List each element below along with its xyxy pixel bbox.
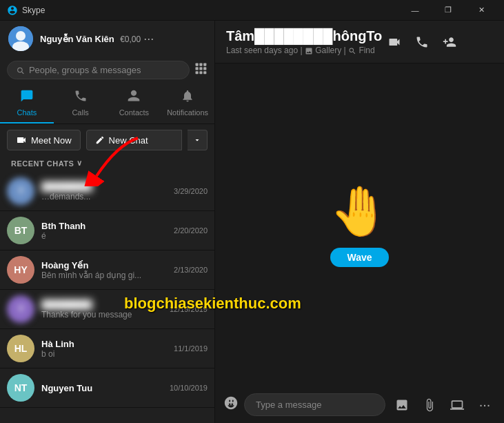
- new-chat-label: New Chat: [109, 135, 148, 146]
- screen-share-button[interactable]: [446, 394, 468, 416]
- tab-chats-label: Chats: [17, 108, 37, 117]
- calls-icon: [74, 89, 88, 106]
- chat-avatar: HY: [7, 256, 34, 284]
- more-options-button[interactable]: ···: [141, 29, 157, 49]
- svg-point-1: [16, 31, 26, 41]
- meet-now-button[interactable]: Meet Now: [7, 130, 81, 150]
- chat-info: Hoàng Yến Bên mình vẫn áp dụng gi...: [41, 260, 168, 280]
- chat-preview: é: [41, 231, 168, 241]
- chat-name: Bth Thanh: [41, 221, 168, 231]
- main-content: Tâm████████hôngTo Last seen days ago | G…: [215, 21, 504, 423]
- chat-avatar: ?: [7, 177, 34, 205]
- chat-preview: Thanks for you message: [41, 310, 164, 319]
- find-search-icon: [348, 47, 356, 55]
- tab-contacts-label: Contacts: [119, 108, 149, 117]
- tab-notifications[interactable]: Notifications: [161, 83, 214, 124]
- audio-call-button[interactable]: [410, 30, 434, 55]
- wave-button[interactable]: Wave: [330, 248, 388, 267]
- chat-info: ████████ Thanks for you message: [41, 299, 164, 319]
- chevron-down-icon: [193, 136, 201, 144]
- svg-rect-9: [196, 71, 199, 74]
- file-attach-button[interactable]: [419, 394, 441, 416]
- new-chat-grid-button[interactable]: [194, 61, 208, 79]
- more-options-input-button[interactable]: ···: [474, 394, 496, 416]
- titlebar: Skype — ❐ ✕: [0, 0, 504, 21]
- image-icon: [305, 47, 313, 55]
- svg-rect-3: [196, 63, 199, 66]
- maximize-button[interactable]: ❐: [432, 0, 464, 21]
- chat-header-subtitle: Last seen days ago | Gallery | Find: [226, 46, 382, 55]
- wave-emoji: 🤚: [330, 183, 390, 239]
- header-actions: [382, 30, 462, 55]
- avatar[interactable]: [8, 26, 33, 51]
- chat-name: Hoàng Yến: [41, 260, 168, 270]
- tab-chats[interactable]: Chats: [0, 83, 54, 124]
- meet-now-label: Meet Now: [31, 135, 72, 146]
- chat-item[interactable]: NT Nguyen Tuu 10/10/2019: [0, 368, 214, 408]
- chat-info: Nguyen Tuu: [41, 383, 164, 393]
- chat-body: 🤚 Wave: [215, 63, 504, 386]
- chat-list: ? ████████ …demands... 3/29/2020 BT Bth …: [0, 172, 214, 423]
- chat-time: 12/19/2019: [170, 305, 208, 313]
- chat-avatar: HL: [7, 335, 34, 362]
- titlebar-controls: — ❐ ✕: [399, 0, 497, 21]
- search-area: [0, 57, 214, 83]
- chat-item[interactable]: ? ████████ …demands... 3/29/2020: [0, 172, 214, 211]
- svg-rect-6: [196, 67, 199, 70]
- image-attach-button[interactable]: [391, 394, 413, 416]
- emoji-button[interactable]: [223, 395, 239, 415]
- svg-rect-11: [203, 71, 206, 74]
- minimize-button[interactable]: —: [399, 0, 431, 21]
- chat-name: Nguyen Tuu: [41, 383, 164, 393]
- svg-rect-4: [199, 63, 202, 66]
- chat-name: ████████: [41, 299, 164, 310]
- chat-time: 2/13/2020: [174, 266, 208, 274]
- chat-preview: Bên mình vẫn áp dụng gi...: [41, 270, 168, 280]
- profile-name: Nguyễn Văn Kiên: [40, 34, 114, 44]
- chat-avatar: BT: [7, 217, 34, 244]
- edit-icon: [95, 135, 105, 145]
- action-buttons: Meet Now New Chat: [0, 124, 214, 156]
- chat-time: 11/1/2019: [174, 344, 208, 353]
- titlebar-title: Skype: [22, 6, 399, 15]
- app-container: Nguyễn Văn Kiên €0,00 ···: [0, 21, 504, 423]
- add-contact-button[interactable]: [437, 30, 462, 55]
- chat-info: ████████ …demands...: [41, 181, 168, 201]
- svg-rect-8: [203, 67, 206, 70]
- search-input[interactable]: [29, 65, 181, 75]
- chat-item[interactable]: HY Hoàng Yến Bên mình vẫn áp dụng gi... …: [0, 250, 214, 290]
- skype-icon: [7, 5, 18, 16]
- tab-calls[interactable]: Calls: [54, 83, 108, 124]
- search-box: [7, 61, 190, 79]
- message-input[interactable]: [244, 393, 385, 416]
- chat-avatar: NT: [7, 374, 34, 402]
- message-input-area: ···: [215, 386, 504, 423]
- chat-header-name: Tâm████████hôngTo: [226, 28, 382, 44]
- chat-item[interactable]: ? ████████ Thanks for you message 12/19/…: [0, 290, 214, 329]
- chat-info: Hà Linh b oi: [41, 339, 168, 359]
- contacts-icon: [127, 89, 141, 106]
- video-call-button[interactable]: [382, 30, 407, 55]
- video-icon: [16, 135, 27, 146]
- tab-contacts[interactable]: Contacts: [108, 83, 161, 124]
- chats-icon: [20, 89, 34, 106]
- chat-preview: b oi: [41, 349, 168, 359]
- chat-time: 2/20/2020: [174, 226, 208, 235]
- profile-credit: €0,00: [120, 35, 141, 44]
- tab-calls-label: Calls: [72, 108, 88, 117]
- profile-info: Nguyễn Văn Kiên €0,00: [40, 32, 141, 45]
- chat-item[interactable]: HL Hà Linh b oi 11/1/2019: [0, 329, 214, 368]
- new-chat-dropdown-button[interactable]: [188, 130, 208, 150]
- recent-chats-header[interactable]: RECENT CHATS ∨: [0, 156, 214, 172]
- chat-item[interactable]: BT Bth Thanh é 2/20/2020: [0, 211, 214, 250]
- svg-rect-5: [203, 63, 206, 66]
- sidebar: Nguyễn Văn Kiên €0,00 ···: [0, 21, 215, 423]
- chat-preview: …demands...: [41, 192, 168, 201]
- close-button[interactable]: ✕: [465, 0, 497, 21]
- svg-rect-10: [199, 71, 202, 74]
- chat-info: Bth Thanh é: [41, 221, 168, 241]
- chat-name: ████████: [41, 181, 168, 192]
- notifications-icon: [181, 89, 194, 106]
- new-chat-button[interactable]: New Chat: [86, 130, 182, 150]
- tab-notifications-label: Notifications: [167, 108, 208, 117]
